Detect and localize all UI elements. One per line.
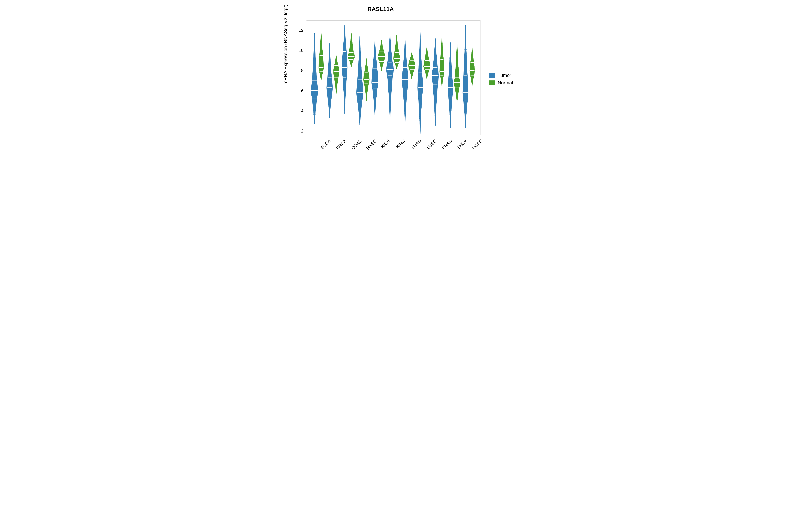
y-axis-label: mRNA Expression (RNASeq V2, log2) xyxy=(283,5,288,84)
x-tick-label: BLCA xyxy=(320,138,332,150)
plot-frame xyxy=(306,20,480,135)
x-tick-label: BRCA xyxy=(335,138,348,151)
legend: Tumor Normal xyxy=(489,73,513,88)
x-tick-label: LUAD xyxy=(411,138,422,150)
x-tick-label: KIRC xyxy=(395,138,406,150)
legend-label-tumor: Tumor xyxy=(498,73,511,78)
legend-item-tumor: Tumor xyxy=(489,73,513,78)
plot-area xyxy=(306,20,480,135)
x-tick-label: UCEC xyxy=(471,138,484,151)
x-tick-label: PRAD xyxy=(441,138,453,151)
legend-item-normal: Normal xyxy=(489,80,513,86)
y-tick-label: 8 xyxy=(297,68,303,73)
chart-title: RASL11A xyxy=(281,6,480,12)
y-tick-label: 10 xyxy=(297,48,303,53)
legend-swatch-tumor xyxy=(489,73,495,78)
violin-chart: RASL11A mRNA Expression (RNASeq V2, log2… xyxy=(281,0,531,156)
legend-swatch-normal xyxy=(489,80,495,85)
y-tick-label: 6 xyxy=(297,88,303,94)
y-tick-label: 12 xyxy=(297,28,303,33)
y-tick-label: 4 xyxy=(297,108,303,114)
x-tick-label: HNSC xyxy=(365,138,378,151)
legend-label-normal: Normal xyxy=(498,80,513,86)
x-tick-label: LUSC xyxy=(425,138,438,150)
x-tick-label: THCA xyxy=(456,138,468,151)
x-tick-label: COAD xyxy=(350,138,363,151)
y-tick-label: 2 xyxy=(297,128,303,134)
x-tick-label: KICH xyxy=(380,138,391,150)
